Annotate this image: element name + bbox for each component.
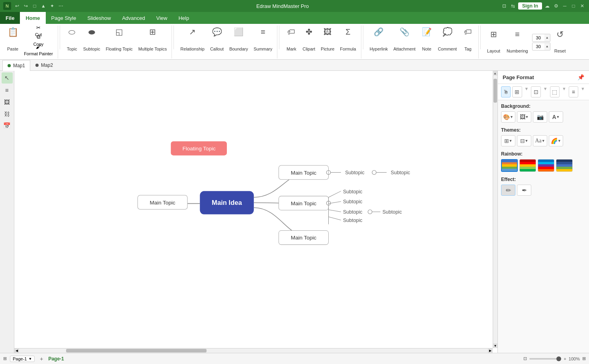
more-icon[interactable]: ⋯: [57, 2, 64, 10]
bg-text-btn[interactable]: A ▼: [549, 111, 563, 123]
select-tool-button[interactable]: ↖: [2, 72, 13, 84]
subtopic-button[interactable]: ⬬ Subtopic: [81, 26, 103, 53]
reset-button[interactable]: ↺ Reset: [552, 29, 568, 56]
menu-file[interactable]: File: [0, 12, 20, 24]
close-btn[interactable]: ✕: [579, 2, 586, 10]
mark-button[interactable]: 🏷 Mark: [283, 26, 299, 53]
rainbow-btn-4[interactable]: [556, 159, 573, 172]
scroll-thumb-h[interactable]: [66, 349, 207, 352]
format-painter-button[interactable]: 🖌 Format Painter: [21, 45, 55, 54]
panel-tool-layout[interactable]: ⊞: [512, 86, 522, 97]
comment-button[interactable]: 💭 Comment: [435, 26, 459, 53]
subtopic4-text[interactable]: Subtopic: [343, 199, 363, 204]
page-selector[interactable]: Page-1 ▼: [10, 356, 35, 362]
theme-btn-1[interactable]: ⊞ ▼: [501, 135, 515, 146]
calendar-tool-button[interactable]: 📅: [2, 120, 13, 131]
relationship-button[interactable]: ↗ Relationship: [178, 26, 207, 53]
hyperlink-button[interactable]: 🔗 Hyperlink: [367, 26, 390, 53]
bg-image-btn[interactable]: 🖼 ▼: [517, 111, 531, 123]
fit-window-btn[interactable]: ⊞: [582, 356, 586, 361]
multiple-topics-button[interactable]: ⊞ Multiple Topics: [136, 26, 169, 53]
subtopic1-text[interactable]: Subtopic: [345, 170, 365, 175]
zoom-in-btn[interactable]: +: [564, 356, 566, 361]
rainbow-btn-1[interactable]: [501, 159, 518, 172]
settings-icon[interactable]: ⚙: [552, 2, 560, 10]
up-icon[interactable]: ▲: [40, 2, 47, 10]
boundary-button[interactable]: ⬜ Boundary: [227, 26, 250, 53]
cloud-icon[interactable]: ☁: [544, 2, 551, 10]
subtopic2-text[interactable]: Subtopic: [391, 170, 410, 175]
tab-map2[interactable]: Map2: [30, 60, 58, 70]
menu-slideshow[interactable]: Slideshow: [82, 12, 116, 24]
star-icon[interactable]: ✦: [49, 2, 56, 10]
summary-button[interactable]: ≡ Summary: [251, 26, 275, 53]
scroll-thumb-v[interactable]: [493, 79, 497, 103]
screen-icon[interactable]: ⊡: [501, 2, 508, 10]
fit-page-btn[interactable]: ⊡: [523, 356, 527, 361]
bg-color-btn[interactable]: 🎨 ▼: [501, 111, 515, 123]
subtopic5-text[interactable]: Subtopic: [343, 209, 363, 215]
panel-tool-select[interactable]: 🖱: [501, 86, 511, 97]
formula-button[interactable]: Σ Formula: [337, 26, 358, 53]
numbering-button[interactable]: ≡ Numbering: [504, 29, 530, 56]
share-icon[interactable]: ⇆: [509, 2, 517, 10]
note-button[interactable]: 📝 Note: [419, 26, 435, 53]
redo-icon[interactable]: ↪: [22, 2, 29, 10]
zoom-slider[interactable]: [529, 358, 561, 360]
image-tool-button[interactable]: 🖼: [2, 96, 13, 107]
maximize-btn[interactable]: □: [570, 2, 577, 10]
scroll-right-btn[interactable]: ▶: [488, 348, 493, 353]
scrollbar-vertical[interactable]: ▲ ▼: [493, 71, 497, 348]
callout-button[interactable]: 💬 Callout: [208, 26, 226, 53]
rainbow-btn-3[interactable]: [538, 159, 554, 172]
effect-btn-2[interactable]: ✒: [517, 185, 531, 196]
rainbow-btn-2[interactable]: [519, 159, 536, 172]
num-up-2[interactable]: ▲: [544, 43, 550, 50]
num-input-2[interactable]: [532, 43, 544, 50]
menu-view[interactable]: View: [151, 12, 173, 24]
theme-btn-3[interactable]: Aa ▼: [533, 135, 547, 146]
num-spinner-2[interactable]: ▲: [532, 43, 550, 51]
panel-tool-text[interactable]: ≡: [569, 86, 578, 97]
panel-tool-crop[interactable]: ⬚: [550, 86, 560, 97]
bg-photo-btn[interactable]: 📷: [533, 111, 547, 123]
num-up-1[interactable]: ▲: [544, 34, 550, 41]
panel-pin-icon[interactable]: 📌: [577, 74, 584, 80]
attachment-button[interactable]: 📎 Attachment: [391, 26, 418, 53]
theme-btn-2[interactable]: ⊟ ▼: [517, 135, 531, 146]
picture-button[interactable]: 🖼 Picture: [318, 26, 337, 53]
scroll-left-btn[interactable]: ◀: [14, 348, 19, 353]
scrollbar-horizontal[interactable]: ◀ ▶: [14, 348, 493, 353]
floating-topic-button[interactable]: ◱ Floating Topic: [103, 26, 135, 53]
paste-button[interactable]: 📋 Paste: [5, 26, 21, 53]
subtopic7-text[interactable]: Subtopic: [343, 218, 363, 223]
num-spinner-1[interactable]: ▲: [532, 34, 550, 42]
subtopic6-text[interactable]: Subtopic: [382, 209, 402, 215]
sign-in-button[interactable]: Sign In: [518, 2, 542, 10]
list-tool-button[interactable]: ≡: [2, 84, 13, 95]
menu-help[interactable]: Help: [173, 12, 195, 24]
layout-button[interactable]: ⊞ Layout: [485, 29, 503, 56]
undo-icon[interactable]: ↩: [14, 2, 21, 10]
connect-tool-button[interactable]: ⛓: [2, 108, 13, 119]
theme-btn-4[interactable]: 🌈 ▼: [549, 135, 563, 146]
scroll-down-btn[interactable]: ▼: [493, 343, 497, 348]
minimize-btn[interactable]: ─: [561, 2, 568, 10]
menu-home[interactable]: Home: [20, 12, 45, 24]
page-dropdown-arrow[interactable]: ▼: [28, 357, 32, 361]
subtopic3-text[interactable]: Subtopic: [343, 189, 363, 195]
zoom-thumb[interactable]: [556, 356, 561, 361]
effect-btn-1[interactable]: ✏: [501, 185, 515, 196]
menu-advanced[interactable]: Advanced: [117, 12, 151, 24]
tag-button[interactable]: 🏷 Tag: [460, 26, 476, 53]
save-icon[interactable]: □: [31, 2, 38, 10]
canvas-area[interactable]: ▲ Floating Topic Main Topic Main Idea Ma…: [14, 71, 497, 353]
tab-map1[interactable]: Map1: [2, 60, 30, 71]
grid-toggle-btn[interactable]: ⊞: [3, 356, 7, 361]
clipart-button[interactable]: ✤ Clipart: [300, 26, 318, 53]
panel-tool-align[interactable]: ⊡: [531, 86, 540, 97]
topic-button[interactable]: ⬭ Topic: [64, 26, 80, 53]
scroll-up-arrow[interactable]: ▲: [493, 71, 497, 76]
add-page-button[interactable]: +: [38, 355, 45, 362]
num-input-1[interactable]: [532, 34, 544, 41]
